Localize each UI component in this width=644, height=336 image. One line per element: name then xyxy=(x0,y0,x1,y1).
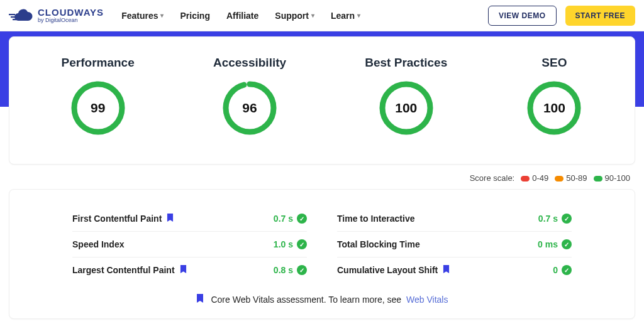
pill-icon xyxy=(594,176,602,182)
metric-row: Cumulative Layout Shift 0 ✓ xyxy=(337,257,572,283)
gauge-seo: SEO 100 xyxy=(526,56,582,136)
gauge-title: Best Practices xyxy=(365,56,447,70)
chevron-down-icon: ▾ xyxy=(160,12,164,19)
nav-pricing[interactable]: Pricing xyxy=(180,11,209,21)
scale-prefix: Score scale: xyxy=(470,173,515,183)
site-header: CLOUDWAYS by DigitalOcean Features▾ Pric… xyxy=(0,0,644,31)
gauge-performance: Performance 99 xyxy=(62,56,135,136)
gauge-title: SEO xyxy=(526,56,582,70)
check-icon: ✓ xyxy=(297,239,307,249)
chevron-down-icon: ▾ xyxy=(311,12,314,19)
metric-label: Time to Interactive xyxy=(337,214,414,224)
metric-value: 0 ms ✓ xyxy=(538,239,572,249)
brand-name: CLOUDWAYS xyxy=(38,8,104,17)
gauge-best-practices: Best Practices 100 xyxy=(365,56,447,136)
metric-row: Largest Contentful Paint 0.8 s ✓ xyxy=(72,257,307,283)
metric-row: Time to Interactive0.7 s ✓ xyxy=(337,206,572,232)
check-icon: ✓ xyxy=(562,214,572,224)
nav-label: Affiliate xyxy=(226,11,258,21)
nav-label: Features xyxy=(121,11,158,21)
check-icon: ✓ xyxy=(562,265,572,275)
view-demo-button[interactable]: VIEW DEMO xyxy=(488,6,557,26)
bookmark-icon xyxy=(167,214,174,224)
check-icon: ✓ xyxy=(297,214,307,224)
core-web-vitals-note: Core Web Vitals assessment. To learn mor… xyxy=(72,283,572,305)
svg-rect-2 xyxy=(13,19,16,20)
gauge-value: 100 xyxy=(378,80,435,136)
nav-support[interactable]: Support▾ xyxy=(275,11,314,21)
bookmark-icon xyxy=(443,265,450,275)
metric-label: Largest Contentful Paint xyxy=(72,265,187,275)
nav-label: Support xyxy=(275,11,309,21)
logo[interactable]: CLOUDWAYS by DigitalOcean xyxy=(9,8,104,23)
metric-label: Total Blocking Time xyxy=(337,239,420,249)
metric-value: 0.7 s ✓ xyxy=(538,214,572,224)
metrics-card: First Contentful Paint 0.7 s ✓Speed Inde… xyxy=(9,189,635,319)
nav-features[interactable]: Features▾ xyxy=(121,11,164,21)
metric-value: 1.0 s ✓ xyxy=(274,239,307,249)
gauge-ring: 100 xyxy=(526,80,582,136)
cloud-icon xyxy=(9,8,34,23)
metric-label: First Contentful Paint xyxy=(72,214,174,224)
chevron-down-icon: ▾ xyxy=(357,12,360,19)
metrics-col-right: Time to Interactive0.7 s ✓Total Blocking… xyxy=(337,206,572,283)
metric-row: First Contentful Paint 0.7 s ✓ xyxy=(72,206,307,232)
metric-row: Speed Index1.0 s ✓ xyxy=(72,232,307,257)
pill-icon xyxy=(555,176,564,182)
primary-nav: Features▾ Pricing Affiliate Support▾ Lea… xyxy=(121,11,360,21)
bookmark-icon xyxy=(180,265,187,275)
nav-label: Learn xyxy=(331,11,355,21)
gauge-ring: 96 xyxy=(221,80,278,136)
nav-learn[interactable]: Learn▾ xyxy=(331,11,360,21)
check-icon: ✓ xyxy=(297,265,307,275)
web-vitals-link[interactable]: Web Vitals xyxy=(406,295,448,305)
metric-label: Cumulative Layout Shift xyxy=(337,265,450,275)
gauge-ring: 100 xyxy=(378,80,435,136)
gauge-accessibility: Accessibility 96 xyxy=(213,56,286,136)
metric-value: 0 ✓ xyxy=(553,265,572,275)
svg-rect-1 xyxy=(11,16,16,18)
start-free-button[interactable]: START FREE xyxy=(565,6,635,26)
bookmark-icon xyxy=(196,295,206,305)
metric-value: 0.7 s ✓ xyxy=(274,214,307,224)
scores-card: Performance 99 Accessibility 96 Best Pra… xyxy=(9,36,635,165)
svg-rect-0 xyxy=(9,14,15,15)
pill-icon xyxy=(521,176,530,182)
gauge-value: 96 xyxy=(221,80,278,136)
metrics-col-left: First Contentful Paint 0.7 s ✓Speed Inde… xyxy=(72,206,307,283)
score-scale-legend: Score scale: 0-49 50-89 90-100 xyxy=(9,165,635,189)
brand-tagline: by DigitalOcean xyxy=(38,17,104,23)
scale-orange: 50-89 xyxy=(555,173,587,183)
metric-row: Total Blocking Time0 ms ✓ xyxy=(337,232,572,257)
nav-affiliate[interactable]: Affiliate xyxy=(226,11,258,21)
gauge-title: Accessibility xyxy=(213,56,286,70)
check-icon: ✓ xyxy=(562,239,572,249)
metric-value: 0.8 s ✓ xyxy=(274,265,307,275)
scale-green: 90-100 xyxy=(594,173,630,183)
nav-label: Pricing xyxy=(180,11,209,21)
gauge-title: Performance xyxy=(62,56,135,70)
footer-text: Core Web Vitals assessment. To learn mor… xyxy=(211,295,401,305)
metric-label: Speed Index xyxy=(72,239,124,249)
gauge-value: 100 xyxy=(526,80,582,136)
scale-red: 0-49 xyxy=(521,173,548,183)
gauge-ring: 99 xyxy=(70,80,126,136)
gauge-value: 99 xyxy=(70,80,126,136)
